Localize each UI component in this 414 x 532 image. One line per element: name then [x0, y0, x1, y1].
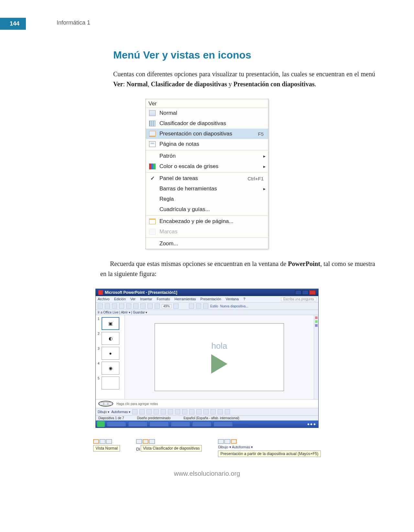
- autoshapes-menu[interactable]: Autoformas ▾: [111, 410, 130, 414]
- close-button[interactable]: [309, 290, 316, 295]
- pp-menu-edición[interactable]: Edición: [114, 297, 126, 301]
- view-normal-icon[interactable]: [100, 402, 104, 405]
- draw-button[interactable]: [154, 409, 159, 414]
- toolbar-button[interactable]: [147, 303, 153, 309]
- draw-button[interactable]: [211, 409, 216, 414]
- slide-thumbnail[interactable]: ●: [102, 347, 119, 360]
- ver-menu-item[interactable]: Encabezado y pie de página...: [146, 216, 268, 227]
- tooltip-presentacion: Presentación a partir de la diapositiva …: [218, 451, 321, 457]
- view-slideshow-icon[interactable]: [231, 439, 237, 444]
- taskbar-item[interactable]: [192, 421, 212, 427]
- toolbar-button[interactable]: [126, 303, 131, 309]
- toolbar-button[interactable]: [105, 303, 110, 309]
- start-button[interactable]: [97, 421, 105, 427]
- taskbar-item[interactable]: [128, 421, 147, 427]
- ver-menu-item[interactable]: ✓Panel de tareasCtrl+F1: [146, 173, 268, 184]
- pp-menu-ver[interactable]: Ver: [130, 297, 136, 301]
- ver-menu-item[interactable]: Barras de herramientas▸: [146, 184, 268, 194]
- toolbar-button[interactable]: [196, 303, 201, 309]
- toolbar-button[interactable]: [140, 303, 146, 309]
- view-slideshow-icon[interactable]: [106, 439, 112, 444]
- powerpoint-window: Microsoft PowerPoint - [Presentación1] A…: [95, 289, 319, 428]
- draw-button[interactable]: [225, 409, 230, 414]
- view-normal-icon[interactable]: [136, 439, 142, 444]
- toolbar-button[interactable]: [173, 303, 179, 309]
- status-slide-count: Diapositiva 1 de 7: [98, 416, 124, 420]
- draw-button[interactable]: [132, 409, 137, 414]
- office-live-link[interactable]: Ir a Office Live | Abrir ▾ | Guardar ▾: [98, 311, 147, 314]
- view-sorter-icon[interactable]: [100, 439, 105, 444]
- right-scroll-rail[interactable]: [314, 315, 318, 399]
- draw-button[interactable]: [168, 409, 173, 414]
- toolbar-button[interactable]: [119, 303, 124, 309]
- draw-button[interactable]: [189, 409, 194, 414]
- slide-thumbnails-pane[interactable]: 1▣2◐3●4◉5: [96, 315, 125, 399]
- pp-menu-?[interactable]: ?: [243, 297, 245, 301]
- pp-menu-formato[interactable]: Formato: [157, 297, 170, 301]
- draw-button[interactable]: [218, 409, 223, 414]
- callout-draw-row: Dibujo ▾ Autoformas ▾: [218, 445, 253, 449]
- toolbar-new-slide-link[interactable]: Nueva diapositiva...: [220, 304, 248, 308]
- submenu-arrow-icon: ▸: [263, 164, 266, 169]
- page-number-tab: 144: [0, 18, 26, 30]
- draw-button[interactable]: [203, 409, 209, 414]
- toolbar-button[interactable]: [155, 303, 160, 309]
- ver-menu-item[interactable]: Cuadrícula y guías...: [146, 204, 268, 215]
- thumb-number: 5: [98, 377, 100, 380]
- slide-thumbnail[interactable]: [102, 377, 119, 389]
- toolbar-estilo-link[interactable]: Estilo: [210, 304, 218, 308]
- draw-button[interactable]: [139, 409, 145, 414]
- toolbar-button[interactable]: [98, 303, 103, 309]
- taskbar-item[interactable]: [171, 421, 190, 427]
- callout-vista-clasificador: Di Vista Clasificador de diapositivas: [136, 439, 202, 457]
- menu-item-label: Barras de herramientas: [159, 186, 260, 192]
- toolbar-button[interactable]: [133, 303, 138, 309]
- maximize-button[interactable]: [302, 290, 309, 295]
- ver-menu-item[interactable]: Clasificador de diapositivas: [146, 118, 268, 129]
- thumb-number: 3: [98, 347, 100, 350]
- draw-button[interactable]: [175, 409, 180, 414]
- slide-text-hola: hola: [211, 341, 227, 351]
- pp-menu-archivo[interactable]: Archivo: [98, 297, 110, 301]
- ask-question-box[interactable]: Escriba una pregunta: [281, 297, 316, 301]
- taskbar-item[interactable]: [107, 421, 126, 427]
- ver-menu-item[interactable]: Zoom...: [146, 239, 268, 249]
- ver-menu-item[interactable]: Presentación con diapositivasF5: [146, 129, 268, 139]
- slide-thumbnail[interactable]: ◉: [102, 362, 119, 375]
- pp-menu-presentación[interactable]: Presentación: [201, 297, 221, 301]
- pp-menu-herramientas[interactable]: Herramientas: [175, 297, 196, 301]
- draw-menu[interactable]: Dibujo ▾: [98, 410, 109, 414]
- minimize-button[interactable]: [295, 290, 301, 295]
- draw-button[interactable]: [147, 409, 152, 414]
- ver-menu-item[interactable]: Color o escala de grises▸: [146, 161, 268, 172]
- view-sorter-icon[interactable]: [104, 402, 108, 405]
- menu-item-label: Presentación con diapositivas: [159, 131, 255, 137]
- toolbar-button[interactable]: [203, 303, 208, 309]
- view-icon-callouts: Vista Normal Di Vista Clasificador de di…: [0, 439, 414, 457]
- view-sorter-icon[interactable]: [224, 439, 230, 444]
- ver-menu-item[interactable]: Normal: [146, 108, 268, 118]
- zoom-combo[interactable]: 49%: [162, 304, 171, 308]
- slide-thumbnail[interactable]: ▣: [102, 317, 119, 330]
- taskbar-item[interactable]: [149, 421, 169, 427]
- ver-menu-item[interactable]: Patrón▸: [146, 151, 268, 161]
- pp-menu-ventana[interactable]: Ventana: [226, 297, 239, 301]
- view-normal-icon[interactable]: [93, 439, 99, 444]
- notes-pane[interactable]: Haga clic para agregar notas: [96, 399, 318, 408]
- draw-button[interactable]: [182, 409, 187, 414]
- draw-button[interactable]: [196, 409, 202, 414]
- toolbar-button[interactable]: [189, 303, 194, 309]
- ver-menu-item[interactable]: Regla: [146, 194, 268, 204]
- ver-menu-item[interactable]: Página de notas: [146, 139, 268, 149]
- slide-thumbnail[interactable]: ◐: [102, 332, 119, 345]
- pp-menu-insertar[interactable]: Insertar: [140, 297, 152, 301]
- toolbar-button[interactable]: [112, 303, 117, 309]
- view-slideshow-icon[interactable]: [149, 439, 155, 444]
- draw-button[interactable]: [161, 409, 166, 414]
- view-slideshow-icon[interactable]: [108, 402, 112, 405]
- view-sorter-icon[interactable]: [143, 439, 148, 444]
- tooltip-vista-normal: Vista Normal: [93, 445, 120, 452]
- taskbar-item[interactable]: [213, 421, 233, 427]
- view-normal-icon[interactable]: [218, 439, 224, 444]
- slide-canvas[interactable]: hola: [155, 323, 284, 391]
